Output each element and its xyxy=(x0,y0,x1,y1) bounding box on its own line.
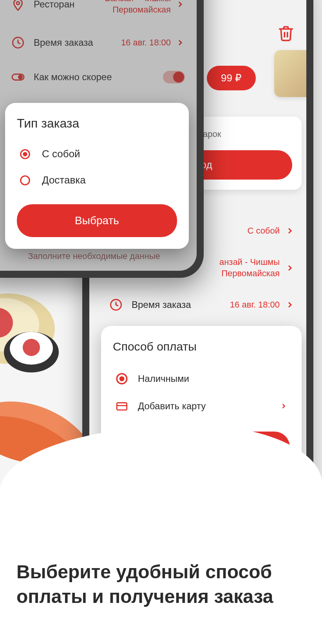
radio-unselected-icon xyxy=(19,174,31,186)
svg-point-0 xyxy=(0,293,55,364)
row-value: С собой xyxy=(247,225,280,237)
option-add-card[interactable]: Добавить карту xyxy=(113,392,290,420)
svg-point-14 xyxy=(119,376,125,381)
modal-title: Тип заказа xyxy=(17,116,177,131)
svg-point-1 xyxy=(0,298,39,351)
option-takeaway[interactable]: С собой xyxy=(17,141,177,167)
option-label: Добавить карту xyxy=(138,401,280,412)
option-label: Наличными xyxy=(138,373,288,384)
price-badge: 99 ₽ xyxy=(207,66,256,90)
svg-point-3 xyxy=(4,332,59,372)
radio-selected-icon xyxy=(19,148,31,160)
radio-selected-icon xyxy=(115,372,128,385)
phone-mock-1: Тип заказа С собой Ресторан Банзай - Чиш… xyxy=(0,0,204,278)
svg-rect-15 xyxy=(117,403,127,410)
svg-point-2 xyxy=(0,308,13,338)
svg-point-4 xyxy=(10,332,53,365)
trash-icon[interactable] xyxy=(277,25,295,42)
price-text: 99 ₽ xyxy=(221,72,242,84)
clock-icon xyxy=(109,298,123,312)
marketing-headline: Выберите удобный способ оплаты и получен… xyxy=(16,560,310,609)
chevron-right-icon xyxy=(280,402,288,410)
chevron-right-icon xyxy=(285,300,295,309)
card-icon xyxy=(115,399,128,413)
svg-point-24 xyxy=(21,176,30,185)
row-value: 16 авг. 18:00 xyxy=(230,299,280,311)
row-order-time[interactable]: Время заказа 16 авг. 18:00 xyxy=(109,288,295,321)
option-delivery[interactable]: Доставка xyxy=(17,167,177,193)
svg-point-23 xyxy=(23,152,27,156)
food-thumbnail xyxy=(274,50,306,97)
svg-point-5 xyxy=(23,339,40,356)
option-label: С собой xyxy=(42,148,80,160)
modal-title: Способ оплаты xyxy=(113,340,290,353)
chevron-right-icon xyxy=(285,226,295,236)
row-label: Время заказа xyxy=(132,299,230,310)
order-type-modal: Тип заказа С собой Доставка Выбрать xyxy=(5,103,189,249)
chevron-right-icon xyxy=(285,263,295,273)
select-button[interactable]: Выбрать xyxy=(17,204,177,237)
option-label: Доставка xyxy=(42,174,86,186)
option-cash[interactable]: Наличными xyxy=(113,365,290,392)
bottom-panel xyxy=(0,425,322,644)
